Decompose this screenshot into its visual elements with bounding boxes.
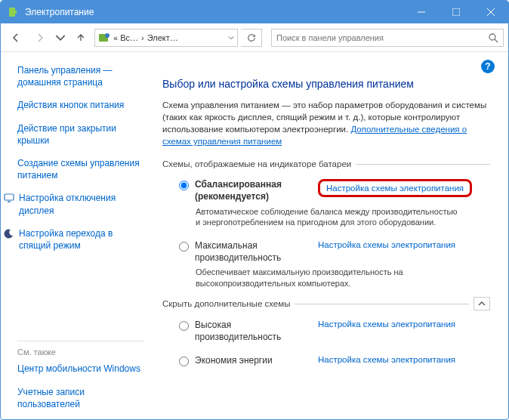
- group-battery-header: Схемы, отображаемые на индикаторе батаре…: [162, 159, 351, 168]
- navbar: « Вс… › Элект…: [1, 23, 508, 52]
- back-button[interactable]: [5, 27, 26, 48]
- search-box[interactable]: [271, 29, 504, 47]
- help-button[interactable]: ?: [481, 60, 495, 73]
- plan-power-saver: Экономия энергии Настройка схемы электро…: [162, 351, 490, 369]
- moon-icon: [4, 228, 14, 239]
- minimize-button[interactable]: [404, 1, 439, 23]
- plan-power-saver-name: Экономия энергии: [195, 355, 312, 367]
- svg-rect-1: [15, 11, 17, 14]
- titlebar: Электропитание: [1, 1, 508, 23]
- plan-balanced: Сбалансированная (рекомендуется) Настрой…: [162, 174, 490, 204]
- plan-power-saver-radio[interactable]: [179, 357, 189, 366]
- forward-button[interactable]: [29, 27, 51, 48]
- sidebar-link-lid-close[interactable]: Действие при закрытии крышки: [17, 122, 146, 147]
- sidebar-link-display-off[interactable]: Настройка отключения дисплея: [4, 192, 146, 216]
- see-also-header: См. также: [17, 341, 144, 357]
- plan-max-perf-radio[interactable]: [179, 242, 189, 252]
- monitor-icon: [4, 193, 14, 203]
- sidebar-link-create-plan[interactable]: Создание схемы управления питанием: [17, 157, 146, 181]
- sidebar-link-sleep[interactable]: Настройка перехода в спящий режим: [4, 227, 146, 252]
- refresh-button[interactable]: [241, 29, 262, 47]
- maximize-button[interactable]: [439, 1, 474, 23]
- chevron-down-icon: [228, 35, 234, 41]
- svg-point-7: [105, 33, 110, 38]
- page-heading: Выбор или настройка схемы управления пит…: [162, 78, 490, 90]
- sidebar-footer-mobility[interactable]: Центр мобильности Windows: [17, 363, 144, 375]
- plan-high-perf-name: Высокая производительность: [195, 320, 312, 343]
- app-icon: [7, 6, 19, 18]
- sidebar-footer-accounts[interactable]: Учетные записи пользователей: [17, 386, 144, 410]
- highlight-box: Настройка схемы электропитания: [318, 179, 472, 197]
- crumb-2: Элект…: [147, 33, 178, 42]
- group-extra-header: Скрыть дополнительные схемы: [162, 299, 290, 308]
- plan-max-perf-desc: Обеспечивает максимальную производительн…: [196, 267, 460, 289]
- plan-high-perf-settings-link[interactable]: Настройка схемы электропитания: [318, 320, 455, 329]
- sidebar-link-power-buttons[interactable]: Действия кнопок питания: [17, 99, 146, 111]
- svg-point-8: [489, 34, 495, 40]
- close-button[interactable]: [474, 1, 508, 23]
- crumb-sep: ›: [141, 33, 144, 42]
- plan-max-perf-settings-link[interactable]: Настройка схемы электропитания: [318, 240, 455, 249]
- history-dropdown[interactable]: [54, 27, 67, 48]
- window-title: Электропитание: [25, 7, 404, 17]
- page-description: Схема управления питанием — это набор па…: [162, 99, 490, 147]
- plan-balanced-radio[interactable]: [179, 181, 189, 190]
- svg-rect-0: [9, 8, 15, 17]
- search-input[interactable]: [276, 33, 488, 42]
- crumb-1: « Вс…: [113, 33, 138, 42]
- plan-balanced-name: Сбалансированная (рекомендуется): [195, 179, 312, 202]
- plan-balanced-desc: Автоматическое соблюдение баланса между …: [196, 206, 460, 229]
- control-panel-icon: [98, 32, 110, 44]
- plan-high-perf: Высокая производительность Настройка схе…: [162, 315, 490, 344]
- up-button[interactable]: [70, 27, 91, 48]
- svg-line-9: [495, 39, 498, 42]
- svg-rect-10: [5, 194, 14, 200]
- plan-balanced-settings-link[interactable]: Настройка схемы электропитания: [326, 184, 464, 193]
- plan-max-perf-name: Максимальная производительность: [195, 240, 312, 264]
- breadcrumb[interactable]: « Вс… › Элект…: [94, 29, 238, 47]
- plan-power-saver-settings-link[interactable]: Настройка схемы электропитания: [318, 355, 455, 364]
- search-icon: [488, 32, 498, 43]
- plan-max-perf: Максимальная производительность Настройк…: [162, 236, 490, 265]
- svg-rect-3: [452, 8, 460, 16]
- plan-high-perf-radio[interactable]: [179, 321, 189, 331]
- sidebar: Панель управления — домашняя страница Де…: [1, 52, 152, 420]
- main-content: ? Выбор или настройка схемы управления п…: [152, 52, 508, 420]
- sidebar-link-home[interactable]: Панель управления — домашняя страница: [17, 64, 146, 88]
- collapse-extra-button[interactable]: [474, 297, 490, 310]
